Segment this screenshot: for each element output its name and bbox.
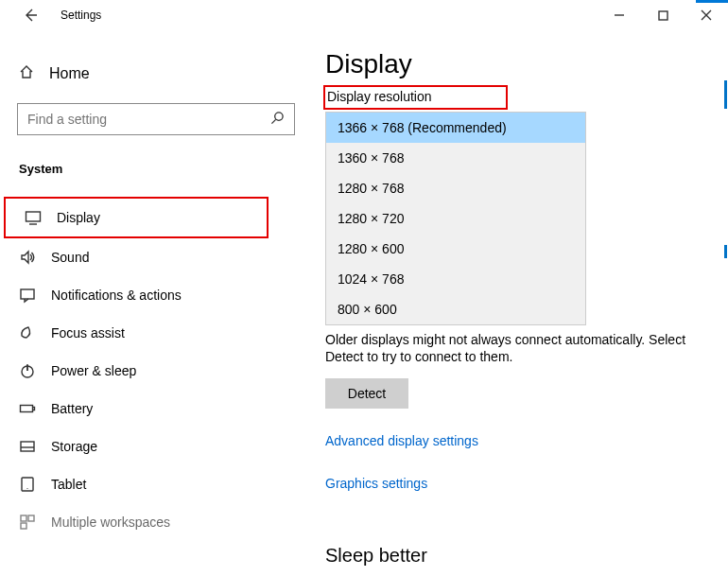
sidebar-item-storage[interactable]: Storage: [0, 428, 312, 465]
nav-label: Display: [57, 210, 100, 225]
nav-label: Storage: [51, 439, 97, 454]
older-displays-text: Older displays might not always connect …: [325, 331, 703, 365]
graphics-settings-link[interactable]: Graphics settings: [325, 476, 427, 491]
sidebar-item-sound[interactable]: Sound: [0, 238, 312, 276]
tablet-icon: [19, 476, 36, 493]
sidebar-item-focus-assist[interactable]: Focus assist: [0, 314, 312, 352]
home-button[interactable]: Home: [0, 57, 312, 90]
svg-rect-0: [659, 11, 667, 20]
nav-label: Focus assist: [51, 325, 125, 340]
svg-point-8: [26, 488, 27, 489]
nav-label: Multiple workspaces: [51, 515, 170, 530]
window-title: Settings: [61, 9, 101, 22]
page-title: Display: [325, 49, 703, 79]
home-icon: [19, 64, 34, 82]
resolution-option[interactable]: 1024 × 768: [326, 264, 585, 294]
sidebar-item-power-sleep[interactable]: Power & sleep: [0, 352, 312, 390]
svg-rect-6: [21, 442, 34, 451]
notifications-icon: [19, 287, 36, 304]
maximize-button[interactable]: [641, 0, 685, 30]
nav-label: Battery: [51, 401, 93, 416]
resolution-option[interactable]: 800 × 600: [326, 294, 585, 324]
focus-assist-icon: [19, 324, 36, 341]
sidebar-item-notifications[interactable]: Notifications & actions: [0, 276, 312, 314]
svg-rect-9: [21, 515, 26, 521]
close-button[interactable]: [685, 0, 728, 30]
detect-button[interactable]: Detect: [325, 378, 408, 409]
nav-label: Tablet: [51, 477, 86, 492]
sidebar-item-display[interactable]: Display: [4, 197, 269, 238]
display-icon: [25, 209, 42, 226]
accent-top-strip: [696, 0, 728, 3]
advanced-display-settings-link[interactable]: Advanced display settings: [325, 433, 478, 448]
svg-rect-10: [28, 515, 34, 521]
sleep-better-heading: Sleep better: [325, 545, 703, 567]
resolution-option[interactable]: 1360 × 768: [326, 143, 585, 173]
minimize-button[interactable]: [598, 0, 641, 30]
section-heading: System: [0, 162, 312, 176]
search-icon: [270, 111, 285, 128]
titlebar: Settings: [0, 0, 728, 30]
battery-icon: [19, 400, 36, 417]
resolution-option[interactable]: 1280 × 600: [326, 234, 585, 264]
resolution-dropdown[interactable]: 1366 × 768 (Recommended) 1360 × 768 1280…: [325, 112, 586, 325]
search-field[interactable]: [27, 112, 270, 127]
sidebar-item-tablet[interactable]: Tablet: [0, 465, 312, 503]
sidebar-item-multiple-workspaces[interactable]: Multiple workspaces: [0, 503, 312, 541]
svg-rect-5: [21, 406, 33, 412]
nav-label: Notifications & actions: [51, 288, 182, 303]
sound-icon: [19, 249, 36, 266]
nav-label: Power & sleep: [51, 363, 136, 378]
svg-rect-3: [21, 289, 34, 299]
search-input[interactable]: [17, 103, 295, 135]
svg-rect-2: [26, 212, 41, 221]
resolution-option[interactable]: 1280 × 720: [326, 203, 585, 234]
power-icon: [19, 362, 36, 379]
resolution-heading-highlight: Display resolution: [323, 85, 508, 110]
back-button[interactable]: [15, 0, 45, 30]
main-panel: Display Display resolution 1366 × 768 (R…: [312, 30, 728, 576]
home-label: Home: [49, 65, 90, 82]
resolution-option[interactable]: 1366 × 768 (Recommended): [326, 113, 585, 143]
sidebar-item-battery[interactable]: Battery: [0, 390, 312, 428]
nav-label: Sound: [51, 250, 89, 265]
sidebar: Home System Display Sound Notifications …: [0, 30, 312, 576]
resolution-heading: Display resolution: [327, 89, 432, 104]
resolution-option[interactable]: 1280 × 768: [326, 173, 585, 203]
multitask-icon: [19, 514, 36, 531]
storage-icon: [19, 438, 36, 455]
svg-point-1: [275, 113, 283, 120]
svg-rect-11: [21, 523, 26, 529]
